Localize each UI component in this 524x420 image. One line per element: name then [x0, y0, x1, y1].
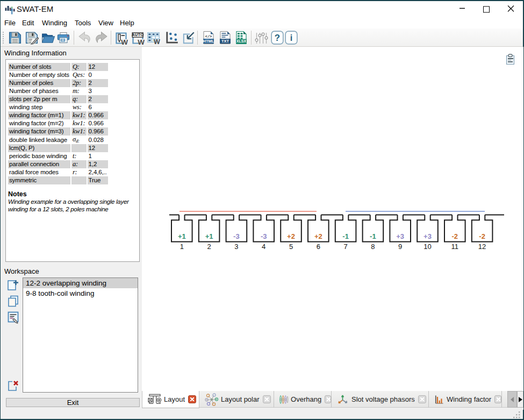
svg-text:-3: -3 [233, 232, 240, 240]
svg-text:+1: +1 [205, 232, 213, 240]
svg-text:TXT: TXT [221, 39, 229, 44]
svg-text:W: W [154, 38, 160, 45]
svg-text:+2: +2 [287, 232, 295, 240]
svg-text:11: 11 [451, 243, 459, 251]
svg-text:-2: -2 [452, 232, 458, 240]
svg-text:AUTO: AUTO [132, 32, 143, 37]
svg-text:-3: -3 [261, 232, 267, 240]
svg-text:-1: -1 [342, 232, 349, 240]
svg-text:1: 1 [180, 243, 184, 251]
svg-text:W: W [138, 38, 145, 45]
svg-text:10: 10 [423, 243, 431, 251]
svg-text:-2: -2 [479, 232, 485, 240]
svg-text:8: 8 [371, 243, 375, 251]
svg-text:6: 6 [317, 243, 320, 251]
svg-text:XLSX: XLSX [236, 39, 247, 43]
svg-text:HTML: HTML [203, 39, 214, 44]
svg-text:W: W [121, 38, 128, 45]
svg-text:5: 5 [289, 243, 293, 251]
svg-text:+1: +1 [178, 232, 186, 240]
svg-text:3: 3 [234, 243, 238, 251]
svg-text:4: 4 [262, 243, 265, 251]
svg-text:+3: +3 [396, 232, 404, 240]
svg-text:+3: +3 [423, 232, 432, 240]
svg-text:12: 12 [478, 243, 486, 251]
svg-text:-1: -1 [370, 232, 376, 240]
svg-text:9: 9 [398, 243, 402, 251]
svg-text:</>: </> [205, 34, 212, 39]
svg-text:+2: +2 [314, 232, 322, 240]
svg-text:2: 2 [207, 243, 211, 251]
svg-text:7: 7 [343, 243, 347, 251]
svg-text:i: i [290, 33, 293, 42]
svg-text:?: ? [275, 33, 280, 43]
